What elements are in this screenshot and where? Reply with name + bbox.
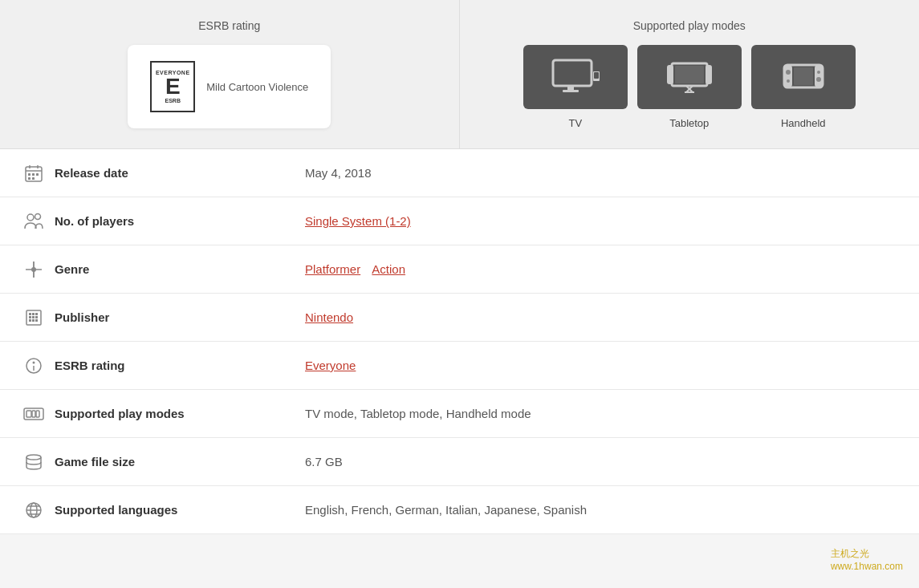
players-row: No. of players Single System (1-2) bbox=[0, 197, 919, 245]
esrb-letter: E bbox=[165, 75, 181, 98]
svg-rect-42 bbox=[29, 319, 31, 322]
svg-point-29 bbox=[27, 214, 34, 221]
svg-point-34 bbox=[31, 267, 36, 272]
svg-rect-25 bbox=[32, 173, 35, 176]
svg-rect-4 bbox=[594, 72, 599, 79]
esrb-badge: EVERYONE E ESRB bbox=[150, 61, 195, 112]
handheld-mode-label: Handheld bbox=[781, 117, 826, 129]
players-link[interactable]: Single System (1-2) bbox=[305, 214, 411, 228]
svg-rect-51 bbox=[36, 411, 39, 417]
publisher-link[interactable]: Nintendo bbox=[305, 310, 353, 324]
esrb-rating-label: ESRB rating bbox=[48, 359, 305, 372]
svg-rect-27 bbox=[28, 177, 30, 180]
svg-rect-2 bbox=[563, 90, 579, 92]
release-date-label: Release date bbox=[48, 166, 305, 180]
esrb-card: EVERYONE E ESRB Mild Cartoon Violence bbox=[128, 45, 331, 128]
svg-point-17 bbox=[816, 77, 821, 82]
tv-mode-button bbox=[523, 45, 628, 109]
play-mode-tabletop: Tabletop bbox=[637, 45, 742, 129]
play-mode-handheld: Handheld bbox=[751, 45, 856, 129]
svg-rect-41 bbox=[35, 316, 38, 318]
svg-rect-28 bbox=[32, 177, 35, 180]
esrb-panel-title: ESRB rating bbox=[198, 19, 260, 32]
tabletop-mode-label: Tabletop bbox=[669, 117, 709, 129]
publisher-value: Nintendo bbox=[305, 310, 900, 324]
tv-mode-label: TV bbox=[568, 117, 582, 129]
svg-point-46 bbox=[33, 361, 35, 363]
svg-point-30 bbox=[35, 213, 41, 219]
svg-point-19 bbox=[817, 71, 820, 74]
svg-rect-1 bbox=[567, 86, 574, 90]
release-date-row: Release date May 4, 2018 bbox=[0, 149, 919, 197]
play-modes-icons: TV bbox=[523, 45, 856, 129]
tabletop-mode-button bbox=[637, 45, 742, 109]
svg-rect-8 bbox=[675, 66, 704, 83]
esrb-rating-row: ESRB rating Everyone bbox=[0, 342, 919, 390]
languages-icon bbox=[19, 501, 48, 519]
tv-icon bbox=[550, 57, 601, 97]
svg-rect-6 bbox=[667, 65, 673, 84]
filesize-icon bbox=[19, 453, 48, 471]
svg-rect-38 bbox=[35, 313, 38, 315]
svg-rect-40 bbox=[32, 316, 35, 318]
play-mode-tv: TV bbox=[523, 45, 628, 129]
svg-rect-49 bbox=[26, 411, 31, 417]
play-modes-detail-value: TV mode, Tabletop mode, Handheld mode bbox=[305, 407, 900, 420]
publisher-icon bbox=[19, 309, 48, 326]
players-label: No. of players bbox=[48, 214, 305, 228]
svg-rect-36 bbox=[29, 313, 31, 315]
esrb-descriptor: Mild Cartoon Violence bbox=[206, 81, 308, 93]
players-icon bbox=[19, 213, 48, 230]
svg-rect-14 bbox=[815, 65, 823, 87]
genre-icon bbox=[19, 261, 48, 278]
svg-rect-44 bbox=[35, 319, 38, 322]
play-modes-row: Supported play modes TV mode, Tabletop m… bbox=[0, 390, 919, 438]
release-date-value: May 4, 2018 bbox=[305, 166, 900, 180]
calendar-icon bbox=[19, 164, 48, 182]
esrb-rating-value: Everyone bbox=[305, 359, 900, 372]
esrb-row-icon bbox=[19, 357, 48, 375]
filesize-value: 6.7 GB bbox=[305, 455, 900, 468]
handheld-mode-button bbox=[751, 45, 856, 109]
svg-rect-15 bbox=[794, 67, 813, 85]
svg-rect-43 bbox=[32, 319, 35, 322]
svg-rect-0 bbox=[553, 60, 592, 86]
genre-action-link[interactable]: Action bbox=[372, 262, 405, 276]
svg-point-52 bbox=[26, 455, 41, 460]
players-value: Single System (1-2) bbox=[305, 214, 900, 228]
play-modes-detail-label: Supported play modes bbox=[48, 407, 305, 420]
genre-value: Platformer Action bbox=[305, 262, 900, 276]
playmodes-row-icon bbox=[19, 405, 48, 423]
svg-rect-13 bbox=[784, 65, 792, 87]
publisher-row: Publisher Nintendo bbox=[0, 294, 919, 342]
esrb-panel: ESRB rating EVERYONE E ESRB Mild Cartoon… bbox=[0, 0, 460, 148]
play-modes-panel: Supported play modes bbox=[460, 0, 920, 148]
esrb-rating-link[interactable]: Everyone bbox=[305, 359, 356, 372]
svg-point-18 bbox=[787, 79, 790, 83]
svg-rect-39 bbox=[29, 316, 31, 318]
svg-rect-7 bbox=[706, 65, 712, 84]
svg-rect-26 bbox=[36, 173, 39, 176]
tabletop-icon bbox=[664, 57, 715, 97]
languages-value: English, French, German, Italian, Japane… bbox=[305, 503, 900, 517]
handheld-icon bbox=[778, 57, 829, 97]
genre-row: Genre Platformer Action bbox=[0, 245, 919, 294]
play-modes-title: Supported play modes bbox=[633, 19, 746, 32]
details-section: Release date May 4, 2018 No. of players … bbox=[0, 149, 919, 534]
svg-rect-50 bbox=[32, 411, 35, 417]
svg-point-16 bbox=[786, 70, 791, 75]
filesize-row: Game file size 6.7 GB bbox=[0, 438, 919, 486]
publisher-label: Publisher bbox=[48, 310, 305, 324]
esrb-bottom-text: ESRB bbox=[165, 98, 181, 103]
genre-label: Genre bbox=[48, 262, 305, 276]
svg-rect-24 bbox=[28, 173, 30, 176]
languages-row: Supported languages English, French, Ger… bbox=[0, 486, 919, 534]
filesize-label: Game file size bbox=[48, 455, 305, 468]
svg-rect-37 bbox=[32, 313, 35, 315]
genre-platformer-link[interactable]: Platformer bbox=[305, 262, 360, 276]
languages-label: Supported languages bbox=[48, 503, 305, 517]
